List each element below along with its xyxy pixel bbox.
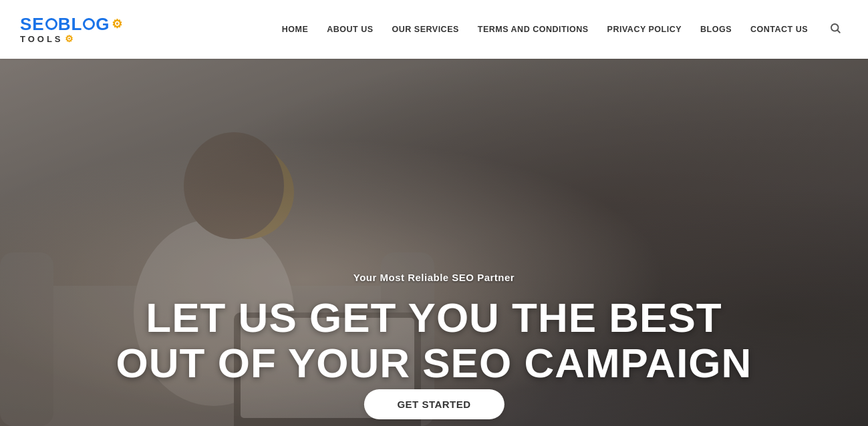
logo-bottom: TOOLS ⚙ [20,34,123,43]
logo-gear-icon: ⚙ [112,18,123,30]
hero-cta-area: GET STARTED [364,389,504,419]
logo-seo-text: SE [20,15,45,33]
hero-cta-button[interactable]: GET STARTED [364,389,504,419]
hero-content: Your Most Reliable SEO Partner LET US GE… [100,272,768,386]
header: SE BL G ⚙ TOOLS ⚙ HOME ABOUT US OUR SERV… [0,0,868,59]
hero-title-line2: OUT OF YOUR SEO CAMPAIGN [116,340,752,386]
search-icon [829,22,841,34]
logo-o-circle2 [83,18,95,30]
logo-blog-text: BL [58,15,83,33]
hero-subtitle: Your Most Reliable SEO Partner [100,272,768,283]
hero-title: LET US GET YOU THE BEST OUT OF YOUR SEO … [100,295,768,386]
svg-rect-3 [0,252,53,426]
logo[interactable]: SE BL G ⚙ TOOLS ⚙ [20,15,123,43]
nav-our-services[interactable]: OUR SERVICES [392,25,459,34]
logo-o-circle [45,18,57,30]
nav-contact[interactable]: CONTACT US [750,25,808,34]
nav-home[interactable]: HOME [282,25,309,34]
hero-section: Your Most Reliable SEO Partner LET US GE… [0,59,868,426]
search-button[interactable] [829,22,841,37]
logo-g-text: G [96,15,110,33]
svg-point-7 [184,132,284,239]
logo-tools-text: TOOLS [20,35,63,43]
main-nav: HOME ABOUT US OUR SERVICES TERMS AND CON… [282,22,841,37]
nav-blogs[interactable]: BLOGS [700,25,732,34]
hero-title-line1: LET US GET YOU THE BEST [146,294,722,341]
nav-terms[interactable]: TERMS AND CONDITIONS [478,25,589,34]
svg-line-1 [837,30,839,32]
logo-top: SE BL G ⚙ [20,15,123,33]
nav-privacy[interactable]: PRIVACY POLICY [607,25,682,34]
logo-tools-gear-icon: ⚙ [65,34,76,43]
nav-about-us[interactable]: ABOUT US [327,25,373,34]
